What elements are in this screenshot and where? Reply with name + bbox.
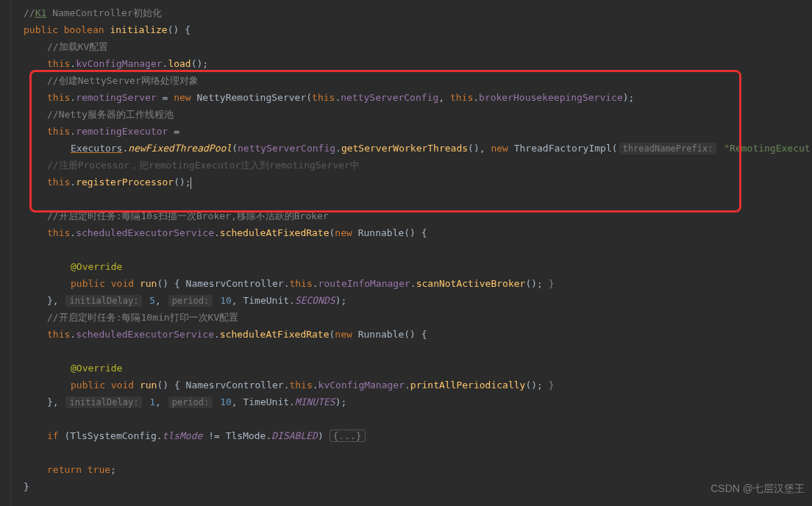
parameter-hint: period: [168, 396, 213, 408]
annotation: @Override [71, 261, 122, 272]
code-line[interactable]: this.registerProcessor(); [12, 174, 812, 190]
code-line[interactable]: public boolean initialize() { [12, 21, 812, 38]
code-line[interactable]: //Netty服务器的工作线程池 [12, 106, 812, 123]
code-line[interactable] [12, 190, 812, 207]
code-line[interactable]: this.kvConfigManager.load(); [12, 55, 812, 72]
comment: //创建NettyServer网络处理对象 [47, 75, 199, 86]
comment: //K1 NameController初始化 [24, 7, 162, 18]
code-line[interactable]: }, initialDelay: 5, period: 10, TimeUnit… [12, 292, 812, 309]
keyword: public [24, 24, 64, 35]
code-line[interactable]: if (TlsSystemConfig.tlsMode != TlsMode.D… [12, 427, 812, 444]
watermark: CSDN @七层汉堡王 [710, 480, 805, 497]
comment: //Netty服务器的工作线程池 [47, 109, 174, 120]
code-line[interactable] [12, 343, 812, 360]
code-line[interactable]: @Override [12, 360, 812, 377]
code-line[interactable]: public void run() { NamesrvController.th… [12, 377, 812, 393]
comment: //加载KV配置 [47, 41, 108, 52]
code-line[interactable]: }, initialDelay: 1, period: 10, TimeUnit… [12, 393, 812, 410]
comment: //注册Processor，把remotingExecutor注入到remoti… [47, 160, 360, 171]
parameter-hint: period: [168, 295, 213, 307]
code-line[interactable]: //注册Processor，把remotingExecutor注入到remoti… [12, 157, 812, 174]
code-line[interactable]: } [12, 478, 812, 495]
code-line[interactable] [12, 241, 812, 258]
annotation: @Override [71, 363, 122, 374]
keyword: boolean [64, 24, 110, 35]
comment: //开启定时任务:每隔10s扫描一次Broker,移除不活跃的Broker [47, 210, 329, 221]
code-line[interactable]: public void run() { NamesrvController.th… [12, 275, 812, 292]
code-line[interactable]: //创建NettyServer网络处理对象 [12, 72, 812, 89]
code-line[interactable]: //K1 NameController初始化 [12, 4, 812, 21]
cursor [190, 177, 191, 189]
code-line[interactable]: //加载KV配置 [12, 38, 812, 55]
code-line[interactable]: this.remotingExecutor = [12, 123, 812, 140]
code-line[interactable]: this.scheduledExecutorService.scheduleAt… [12, 326, 812, 343]
code-line[interactable]: //开启定时任务:每隔10s扫描一次Broker,移除不活跃的Broker [12, 207, 812, 224]
code-line[interactable]: Executors.newFixedThreadPool(nettyServer… [12, 140, 812, 157]
comment: //开启定时任务:每隔10min打印一次KV配置 [47, 312, 238, 323]
code-editor[interactable]: //K1 NameController初始化 public boolean in… [0, 0, 812, 495]
code-line[interactable] [12, 410, 812, 427]
parameter-hint: initialDelay: [65, 295, 142, 307]
code-line[interactable]: this.remotingServer = new NettyRemotingS… [12, 89, 812, 106]
code-line[interactable]: @Override [12, 258, 812, 275]
code-line[interactable]: //开启定时任务:每隔10min打印一次KV配置 [12, 309, 812, 326]
code-line[interactable]: this.scheduledExecutorService.scheduleAt… [12, 224, 812, 241]
parameter-hint: threadNamePrefix: [619, 143, 717, 154]
method-name: initialize [110, 24, 167, 35]
code-line[interactable] [12, 444, 812, 461]
code-fold[interactable]: {...} [330, 430, 366, 442]
parameter-hint: initialDelay: [65, 396, 142, 408]
code-line[interactable]: return true; [12, 461, 812, 478]
